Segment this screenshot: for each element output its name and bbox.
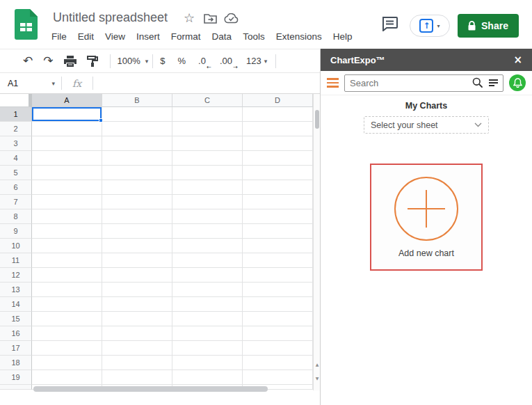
cell-D19[interactable] [243,370,313,385]
cell-C1[interactable] [172,107,243,122]
move-folder-icon[interactable] [204,13,217,26]
cell-name-box[interactable]: A1 ▾ [0,79,61,88]
cell-A18[interactable] [32,356,102,370]
cell-B19[interactable] [102,370,172,385]
row-header-7[interactable]: 7 [0,195,32,209]
scroll-down-icon[interactable]: ▼ [314,376,320,381]
cell-D14[interactable] [243,297,313,312]
filter-icon[interactable] [489,79,498,86]
format-currency-button[interactable]: $ [160,56,165,66]
present-button[interactable]: ↑ ▾ [410,15,450,37]
add-new-chart-card[interactable]: Add new chart [370,164,483,271]
cell-A10[interactable] [32,239,102,253]
cell-A8[interactable] [32,209,102,224]
cell-D15[interactable] [243,312,313,326]
row-header-6[interactable]: 6 [0,180,32,195]
cell-D9[interactable] [243,224,313,239]
row-header-5[interactable]: 5 [0,166,32,180]
cell-C18[interactable] [172,356,243,370]
search-input[interactable] [350,78,472,88]
cell-D10[interactable] [243,239,313,253]
print-button[interactable] [64,56,76,67]
cell-D4[interactable] [243,151,313,166]
notification-bell-icon[interactable] [509,74,526,91]
row-header-12[interactable]: 12 [0,268,32,283]
cell-B14[interactable] [102,297,172,312]
menu-edit[interactable]: Edit [72,30,99,44]
cell-A7[interactable] [32,195,102,209]
cell-A15[interactable] [32,312,102,326]
cell-B1[interactable] [102,107,172,122]
sheets-logo-icon[interactable] [15,9,38,42]
cell-B15[interactable] [102,312,172,326]
search-icon[interactable] [472,77,483,88]
cell-A5[interactable] [32,166,102,180]
column-header-D[interactable]: D [243,94,313,107]
cell-A4[interactable] [32,151,102,166]
cell-A9[interactable] [32,224,102,239]
cell-C13[interactable] [172,283,243,297]
decrease-decimal-button[interactable]: .0 ← [198,56,206,66]
cell-B13[interactable] [102,283,172,297]
cell-D12[interactable] [243,268,313,283]
cell-D18[interactable] [243,356,313,370]
cell-C3[interactable] [172,136,243,151]
row-header-3[interactable]: 3 [0,136,32,151]
cell-D11[interactable] [243,253,313,268]
cell-A19[interactable] [32,370,102,385]
row-header-14[interactable]: 14 [0,297,32,312]
vertical-scrollbar[interactable]: ▲ ▼ [313,94,320,390]
cell-A11[interactable] [32,253,102,268]
cell-C19[interactable] [172,370,243,385]
vertical-scrollbar-thumb[interactable] [315,110,319,129]
paint-format-button[interactable] [87,56,98,67]
menu-view[interactable]: View [99,30,131,44]
cell-B7[interactable] [102,195,172,209]
menu-tools[interactable]: Tools [237,30,271,44]
sheet-selector-dropdown[interactable]: Select your sheet [364,116,489,134]
menu-insert[interactable]: Insert [131,30,166,44]
cell-A3[interactable] [32,136,102,151]
cell-B4[interactable] [102,151,172,166]
cell-B16[interactable] [102,326,172,341]
menu-extensions[interactable]: Extensions [271,30,328,44]
cell-C7[interactable] [172,195,243,209]
cell-C9[interactable] [172,224,243,239]
row-header-16[interactable]: 16 [0,326,32,341]
increase-decimal-button[interactable]: .00 → [220,56,232,66]
column-header-C[interactable]: C [172,94,243,107]
row-header-19[interactable]: 19 [0,370,32,385]
document-title[interactable]: Untitled spreadsheet [53,10,168,25]
column-header-A[interactable]: A [32,94,102,107]
cell-B6[interactable] [102,180,172,195]
cell-A17[interactable] [32,341,102,356]
cloud-saved-icon[interactable] [224,13,239,26]
cell-D13[interactable] [243,283,313,297]
cell-A14[interactable] [32,297,102,312]
row-header-11[interactable]: 11 [0,253,32,268]
cell-D7[interactable] [243,195,313,209]
row-header-4[interactable]: 4 [0,151,32,166]
redo-button[interactable]: ↷ [43,55,53,67]
cell-A6[interactable] [32,180,102,195]
cell-C6[interactable] [172,180,243,195]
star-icon[interactable]: ☆ [184,10,195,25]
cell-D3[interactable] [243,136,313,151]
cell-D1[interactable] [243,107,313,122]
undo-button[interactable]: ↶ [23,55,33,67]
comment-icon[interactable] [382,17,398,34]
cell-C16[interactable] [172,326,243,341]
cell-A16[interactable] [32,326,102,341]
cell-A12[interactable] [32,268,102,283]
fill-handle[interactable] [99,118,103,122]
cell-B3[interactable] [102,136,172,151]
cell-C14[interactable] [172,297,243,312]
close-icon[interactable]: × [513,55,522,65]
cell-B10[interactable] [102,239,172,253]
cell-A13[interactable] [32,283,102,297]
cell-D6[interactable] [243,180,313,195]
zoom-selector[interactable]: 100% ▾ [118,56,149,66]
format-percent-button[interactable]: % [178,56,186,66]
cell-B17[interactable] [102,341,172,356]
cell-C17[interactable] [172,341,243,356]
